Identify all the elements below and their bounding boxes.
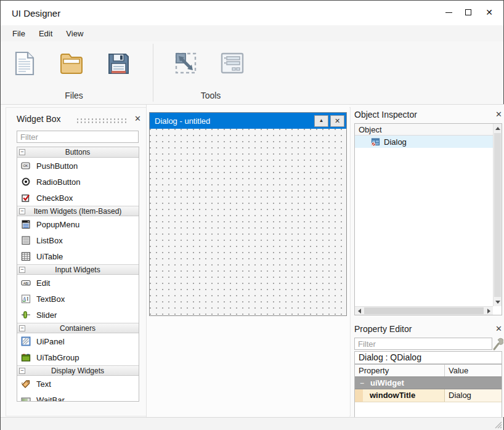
group-collapse-icon[interactable]: − [360, 379, 364, 387]
toolbar: Files Tools [1, 41, 503, 104]
widget-item-label: TextBox [36, 294, 65, 304]
checkbox-icon [21, 193, 31, 203]
scroll-down-icon[interactable] [494, 298, 502, 306]
category-buttons[interactable]: − Buttons [17, 147, 139, 158]
popupmenu-icon [21, 219, 31, 229]
dock-drag-handle-icon[interactable] [76, 118, 126, 123]
category-label: Item Widgets (Item-Based) [25, 207, 130, 216]
widget-item-uitabgroup[interactable]: UiTabGroup [17, 349, 139, 365]
widget-item-label: UiTable [36, 252, 63, 261]
wrench-icon[interactable] [492, 336, 503, 351]
dialog-widget-icon [371, 137, 380, 147]
scrollbar-thumb[interactable] [364, 307, 484, 314]
collapse-icon[interactable]: − [19, 267, 25, 273]
widget-item-listbox[interactable]: ListBox [17, 232, 139, 248]
column-property[interactable]: Property [355, 365, 445, 376]
minimize-button[interactable] [438, 1, 459, 24]
uitable-icon [21, 251, 31, 261]
property-group-name: uiWidget [370, 378, 404, 387]
column-value[interactable]: Value [445, 365, 502, 376]
scroll-right-icon[interactable] [484, 307, 493, 315]
new-file-icon [11, 50, 38, 77]
dialog-close-button[interactable]: ✕ [330, 115, 344, 127]
object-inspector-close-button[interactable]: ✕ [495, 110, 502, 119]
property-group-uiwidget[interactable]: − uiWidget [355, 377, 502, 389]
edit-icon: AB[ [21, 278, 31, 288]
widget-item-label: Slider [36, 310, 57, 320]
category-containers[interactable]: − Containers [17, 323, 139, 333]
design-dialog-titlebar[interactable]: Dialog - untitled ▲ ✕ [150, 113, 346, 129]
category-label: Containers [25, 324, 130, 333]
property-editor-title: Property Editor [354, 324, 412, 334]
resize-grip-icon[interactable] [494, 420, 502, 429]
textbox-icon: A I [21, 294, 31, 304]
close-button[interactable]: ✕ [479, 1, 500, 24]
widget-item-uitable[interactable]: UiTable [17, 248, 139, 264]
save-file-button[interactable] [104, 49, 132, 78]
widget-item-slider[interactable]: Slider [17, 307, 139, 323]
widget-item-edit[interactable]: AB[ Edit [17, 275, 139, 291]
scroll-left-icon[interactable] [355, 307, 364, 315]
collapse-icon[interactable]: − [19, 368, 25, 374]
new-file-button[interactable] [10, 49, 39, 78]
horizontal-scrollbar[interactable] [355, 306, 493, 315]
toolbar-group-tools-label: Tools [190, 91, 231, 100]
property-filter-input[interactable] [354, 338, 492, 350]
menu-file[interactable]: File [6, 25, 32, 41]
collapse-icon[interactable]: − [19, 208, 25, 214]
tree-item-label: Dialog [384, 137, 407, 147]
svg-text:I: I [26, 296, 28, 302]
right-dock: Object Inspector ✕ Object Dialog [352, 105, 504, 418]
widget-item-textbox[interactable]: A I TextBox [17, 291, 139, 307]
widget-item-radiobutton[interactable]: RadioButton [17, 174, 139, 190]
window-title: UI Designer [12, 8, 60, 18]
category-item-widgets[interactable]: − Item Widgets (Item-Based) [17, 206, 139, 216]
property-editor-close-button[interactable]: ✕ [495, 324, 502, 333]
object-column-header[interactable]: Object [355, 124, 493, 136]
open-file-button[interactable] [57, 49, 86, 78]
collapse-icon[interactable]: − [19, 325, 25, 331]
widget-item-label: UiTabGroup [36, 353, 79, 362]
property-name: windowTitle [363, 389, 445, 402]
widget-item-popupmenu[interactable]: PopupMenu [17, 216, 139, 232]
widget-item-checkbox[interactable]: CheckBox [17, 190, 139, 206]
dialog-shade-button[interactable]: ▲ [314, 115, 328, 127]
widget-item-label: ListBox [36, 236, 63, 245]
widget-box-close-button[interactable]: ✕ [134, 114, 141, 124]
tree-item-dialog[interactable]: Dialog [355, 136, 493, 148]
property-row-windowtitle[interactable]: windowTitle Dialog [355, 389, 502, 402]
widget-item-uipanel[interactable]: UiPanel [17, 333, 139, 349]
svg-text:AB[: AB[ [23, 282, 29, 285]
toolbar-separator [153, 44, 153, 102]
form-tool-button[interactable] [218, 49, 246, 78]
svg-text:OK: OK [23, 164, 28, 168]
category-input-widgets[interactable]: − Input Widgets [17, 264, 139, 275]
collapse-icon[interactable]: − [19, 149, 25, 155]
property-table: Property Value − uiWidget windowTitle Di… [354, 364, 502, 418]
widget-item-label: UiPanel [36, 337, 65, 346]
property-value[interactable]: Dialog [445, 389, 502, 402]
widget-item-waitbar[interactable]: WaitBar [17, 392, 139, 402]
mdi-area: Dialog - untitled ▲ ✕ [146, 105, 349, 418]
widget-item-text[interactable]: Text [17, 376, 139, 392]
widget-item-label: WaitBar [36, 396, 65, 402]
widget-list: − Buttons OK PushButton RadioButton [17, 147, 139, 402]
category-label: Display Widgets [25, 367, 130, 375]
widget-item-pushbutton[interactable]: OK PushButton [17, 158, 139, 174]
object-inspector-tree: Object Dialog [354, 123, 502, 315]
scroll-up-icon[interactable] [494, 124, 502, 132]
form-tool-icon [219, 50, 246, 77]
design-canvas-grid[interactable] [150, 129, 346, 315]
menu-edit[interactable]: Edit [32, 25, 59, 41]
maximize-button[interactable] [458, 1, 479, 24]
scrollbar-thumb[interactable] [494, 133, 501, 297]
menu-view[interactable]: View [59, 25, 90, 41]
design-dialog-window[interactable]: Dialog - untitled ▲ ✕ [149, 112, 347, 316]
object-class-label: Dialog : QDialog [354, 351, 502, 364]
row-indent-strip [355, 389, 363, 402]
category-display-widgets[interactable]: − Display Widgets [17, 365, 139, 376]
widget-box-filter-input[interactable] [17, 131, 139, 143]
resize-tool-button[interactable] [172, 49, 200, 78]
vertical-scrollbar[interactable] [493, 124, 502, 306]
app-window: UI Designer ✕ File Edit View [0, 0, 504, 430]
